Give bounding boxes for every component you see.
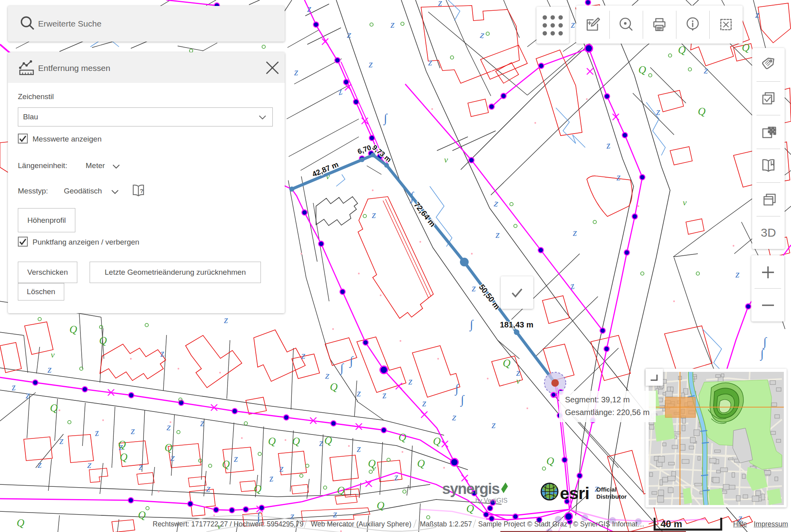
svg-text:z: z (422, 397, 426, 409)
svg-text:v: v (51, 350, 55, 360)
svg-text:Q: Q (337, 484, 345, 496)
svg-text:Official: Official (596, 486, 617, 493)
svg-text:z: z (47, 364, 52, 375)
svg-text:Q: Q (417, 457, 425, 469)
svg-text:z: z (372, 209, 376, 220)
svg-text:∫: ∫ (349, 354, 354, 368)
svg-text:z: z (408, 375, 412, 387)
svg-text:v: v (444, 155, 448, 165)
svg-text:z: z (428, 56, 432, 68)
svg-text:Q: Q (433, 435, 441, 447)
svg-text:Q: Q (69, 323, 77, 335)
svg-text:z: z (605, 139, 611, 151)
svg-text:z: z (37, 459, 42, 470)
svg-text:z: z (735, 268, 739, 280)
svg-text:v: v (372, 463, 376, 473)
svg-text:z: z (11, 381, 16, 393)
svg-text:Q: Q (268, 435, 276, 447)
svg-text:Q: Q (698, 105, 706, 117)
svg-text:?: ? (140, 188, 143, 194)
svg-text:z: z (356, 443, 361, 454)
svg-text:z: z (656, 106, 660, 117)
svg-text:z: z (86, 459, 92, 471)
svg-text:∫: ∫ (339, 361, 344, 375)
svg-text:z: z (205, 482, 211, 494)
svg-text:z: z (319, 437, 323, 448)
svg-text:z: z (616, 171, 621, 183)
svg-text:z: z (279, 463, 283, 474)
svg-text:z: z (491, 419, 496, 431)
svg-text:esri: esri (560, 484, 590, 503)
svg-text:∫: ∫ (460, 393, 465, 407)
svg-text:40 m: 40 m (661, 519, 682, 529)
svg-text:z: z (471, 282, 476, 294)
svg-text:z: z (268, 472, 274, 484)
svg-text:z: z (356, 387, 361, 399)
svg-text:∫: ∫ (760, 347, 764, 361)
svg-text:Q: Q (99, 335, 107, 346)
svg-text:Distributor: Distributor (596, 493, 627, 500)
svg-text:z: z (301, 350, 305, 361)
svg-text:Q: Q (377, 499, 385, 511)
svg-text:z: z (294, 66, 298, 78)
svg-text:z: z (224, 314, 228, 325)
svg-text:z: z (200, 417, 204, 429)
svg-text:Q: Q (254, 483, 262, 495)
svg-text:z: z (438, 0, 442, 8)
svg-text:z: z (451, 411, 457, 423)
svg-text:Q: Q (222, 458, 230, 470)
svg-text:∫: ∫ (469, 318, 474, 332)
svg-text:z: z (569, 280, 575, 292)
svg-text:z: z (234, 453, 238, 464)
svg-text:Q: Q (546, 455, 554, 467)
svg-text:z: z (381, 389, 387, 401)
svg-text:∫: ∫ (383, 111, 388, 126)
svg-text:Q: Q (503, 357, 511, 369)
svg-text:synergis: synergis (442, 480, 500, 497)
svg-text:z: z (138, 461, 143, 472)
svg-text:z: z (59, 435, 63, 446)
svg-text:Q: Q (120, 451, 128, 463)
svg-text:z: z (571, 19, 575, 30)
svg-text:Q: Q (678, 44, 686, 56)
svg-text:50,50 m: 50,50 m (477, 283, 502, 311)
svg-text:z: z (755, 9, 759, 20)
svg-text:z: z (346, 29, 352, 40)
svg-text:Q: Q (330, 381, 338, 393)
svg-text:Q: Q (138, 509, 146, 521)
svg-text:z: z (130, 425, 135, 436)
svg-text:Q: Q (17, 517, 25, 529)
svg-text:∫: ∫ (454, 382, 459, 396)
svg-text:Q: Q (742, 42, 750, 54)
svg-text:by VertiGIS: by VertiGIS (475, 497, 508, 504)
svg-text:z: z (479, 29, 485, 40)
svg-text:z: z (25, 389, 30, 401)
svg-text:z: z (333, 508, 337, 520)
svg-text:Q: Q (638, 64, 646, 76)
svg-text:Q: Q (398, 431, 406, 443)
svg-text:z: z (324, 369, 330, 381)
svg-text:z: z (159, 347, 165, 359)
svg-text:v: v (683, 197, 687, 207)
svg-text:z: z (368, 58, 373, 70)
svg-text:z: z (573, 227, 577, 238)
svg-text:z: z (493, 197, 499, 209)
svg-text:z: z (390, 19, 395, 30)
svg-text:z: z (307, 3, 311, 14)
svg-text:72,64 m: 72,64 m (412, 200, 437, 228)
svg-text:181,43 m: 181,43 m (500, 320, 534, 329)
svg-text:Q: Q (324, 434, 332, 446)
svg-text:Q: Q (50, 402, 58, 414)
svg-text:Q: Q (118, 438, 126, 450)
svg-text:Q: Q (165, 442, 172, 454)
svg-text:z: z (94, 427, 100, 438)
svg-text:v: v (516, 376, 520, 386)
svg-text:z: z (495, 229, 500, 240)
svg-text:Q: Q (292, 435, 300, 447)
